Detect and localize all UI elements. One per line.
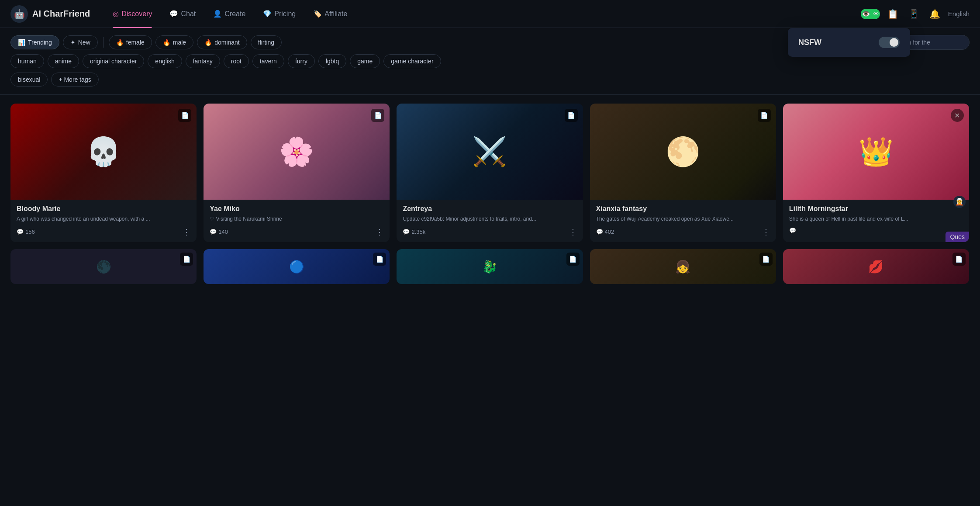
card-lilith-close-icon[interactable]: ✕ <box>951 109 964 122</box>
card-zentreya[interactable]: ⚔️ 📄 Zentreya Update c92f9a5b: Minor adj… <box>397 104 583 242</box>
filter-female-label: female <box>126 39 145 46</box>
filter-tavern-label: tavern <box>260 58 277 65</box>
card-bloody-marie-image: 💀 <box>10 104 197 200</box>
filter-female[interactable]: 🔥 female <box>109 35 152 49</box>
card-bloody-marie-comments: 💬 156 <box>17 229 35 235</box>
filter-male-label: male <box>173 39 186 46</box>
card-xianxia-image: 🌕 <box>590 104 776 200</box>
filter-flirting-label: flirting <box>258 39 274 46</box>
nav-label-chat: Chat <box>181 10 196 18</box>
mini-avatar: 🧝 <box>953 196 966 208</box>
card-r2-5-note[interactable]: 📄 <box>952 253 966 266</box>
filter-game[interactable]: game <box>350 54 380 68</box>
filter-root[interactable]: root <box>224 54 249 68</box>
fire-icon-dominant: 🔥 <box>204 39 212 46</box>
filter-fantasy[interactable]: fantasy <box>186 54 220 68</box>
filter-furry-label: furry <box>295 58 307 65</box>
card-bloody-marie[interactable]: 💀 📄 Bloody Marie A girl who was changed … <box>10 104 197 242</box>
language-selector[interactable]: English <box>948 10 970 17</box>
filter-lgbtq[interactable]: lgbtq <box>318 54 346 68</box>
filter-new[interactable]: ✦ New <box>63 35 98 49</box>
card-zentreya-more[interactable]: ⋮ <box>569 227 577 237</box>
clipboard-icon-button[interactable]: 📋 <box>885 6 901 22</box>
nsfw-switch[interactable] <box>879 37 900 48</box>
comment-count: 2.35k <box>411 229 425 235</box>
filter-row-3: bisexual + More tags <box>10 73 970 87</box>
card-bloody-marie-footer: 💬 156 ⋮ <box>17 227 190 237</box>
nav-item-create[interactable]: 👤 Create <box>204 0 254 28</box>
filter-flirting[interactable]: flirting <box>251 35 282 49</box>
card-row2-3[interactable]: 📄 🐉 <box>397 249 583 284</box>
card-xianxia-fantasy[interactable]: 🌕 📄 Xianxia fantasy The gates of Wuji Ac… <box>590 104 776 242</box>
filter-bisexual[interactable]: bisexual <box>10 73 48 87</box>
card-lilith-morningstar[interactable]: 👑 ✕ Ques 🧝 Lilith Morningstar She is a q… <box>783 104 969 242</box>
nav-item-pricing[interactable]: 💎 Pricing <box>254 0 304 28</box>
more-tags-button[interactable]: + More tags <box>51 73 98 87</box>
card-xianxia-title: Xianxia fantasy <box>596 205 770 213</box>
card-zentreya-footer: 💬 2.35k ⋮ <box>403 227 576 237</box>
filter-english[interactable]: english <box>148 54 182 68</box>
nav-item-affiliate[interactable]: 🏷️ Affiliate <box>304 0 356 28</box>
nav-item-chat[interactable]: 💬 Chat <box>161 0 204 28</box>
card-xianxia-note-icon[interactable]: 📄 <box>758 109 771 122</box>
comment-icon: 💬 <box>789 227 796 234</box>
card-r2-3-emoji: 🐉 <box>482 259 497 274</box>
mobile-icon-button[interactable]: 📱 <box>906 6 922 22</box>
card-row2-1[interactable]: 📄 🌑 <box>10 249 197 284</box>
chat-icon: 💬 <box>169 10 178 18</box>
filter-game-label: game <box>357 58 373 65</box>
card-r2-2-note[interactable]: 📄 <box>373 253 386 266</box>
nav-label-affiliate: Affiliate <box>324 10 347 18</box>
card-xianxia-more[interactable]: ⋮ <box>762 227 770 237</box>
filter-human[interactable]: human <box>10 54 44 68</box>
filter-furry[interactable]: furry <box>288 54 315 68</box>
card-yae-miko-desc: ♡ Visiting the Narukami Shrine <box>210 215 383 223</box>
card-yae-miko-title: Yae Miko <box>210 205 383 213</box>
filter-game-character[interactable]: game character <box>383 54 441 68</box>
card-r2-3-note[interactable]: 📄 <box>566 253 580 266</box>
comment-count: 402 <box>605 229 614 235</box>
card-row2-5[interactable]: 📄 💋 <box>783 249 969 284</box>
cards-grid-row2: 📄 🌑 📄 🔵 📄 🐉 📄 👧 📄 💋 <box>10 249 970 284</box>
filter-tavern[interactable]: tavern <box>252 54 284 68</box>
nsfw-toggle-button[interactable]: 👁️ <box>861 9 880 19</box>
filter-anime-label: anime <box>55 58 72 65</box>
card-bloody-marie-more[interactable]: ⋮ <box>183 227 190 237</box>
logo-area[interactable]: 🤖 AI CharFriend <box>10 5 90 23</box>
card-yae-miko[interactable]: 🌸 📄 Yae Miko ♡ Visiting the Narukami Shr… <box>204 104 390 242</box>
create-icon: 👤 <box>213 10 222 18</box>
filter-dominant-label: dominant <box>214 39 240 46</box>
cards-section: 💀 📄 Bloody Marie A girl who was changed … <box>0 95 980 293</box>
card-lilith-desc: She is a queen of Hell in past life and … <box>789 215 963 223</box>
card-yae-miko-more[interactable]: ⋮ <box>376 227 383 237</box>
card-note-icon[interactable]: 📄 <box>178 109 191 122</box>
nsfw-label: NSFW <box>798 38 821 47</box>
filter-original-character[interactable]: original character <box>83 54 144 68</box>
card-r2-1-note[interactable]: 📄 <box>180 253 193 266</box>
notification-icon-button[interactable]: 🔔 <box>927 6 943 22</box>
card-zentreya-image: ⚔️ <box>397 104 583 200</box>
card-row2-4[interactable]: 📄 👧 <box>590 249 776 284</box>
card-zentreya-note-icon[interactable]: 📄 <box>565 109 578 122</box>
filter-dominant[interactable]: 🔥 dominant <box>197 35 247 49</box>
card-yae-miko-comments: 💬 140 <box>210 229 228 235</box>
filter-male[interactable]: 🔥 male <box>155 35 193 49</box>
comment-icon: 💬 <box>403 229 410 235</box>
card-yae-note-icon[interactable]: 📄 <box>371 109 384 122</box>
card-yae-miko-body: Yae Miko ♡ Visiting the Narukami Shrine … <box>204 200 390 242</box>
card-row2-2[interactable]: 📄 🔵 <box>204 249 390 284</box>
nav-item-discovery[interactable]: ◎ Discovery <box>104 0 161 28</box>
card-xianxia-comments: 💬 402 <box>596 229 614 235</box>
filter-bisexual-label: bisexual <box>18 76 40 83</box>
cards-grid-row1: 💀 📄 Bloody Marie A girl who was changed … <box>10 104 970 242</box>
filter-trending[interactable]: 📊 Trending <box>10 35 59 49</box>
nav-label-pricing: Pricing <box>274 10 296 18</box>
card-quest-badge: Ques <box>945 232 969 242</box>
header-right: 👁️ 📋 📱 🔔 English <box>861 6 970 22</box>
header: 🤖 AI CharFriend ◎ Discovery 💬 Chat 👤 Cre… <box>0 0 980 28</box>
card-zentreya-body: Zentreya Update c92f9a5b: Minor adjustme… <box>397 200 583 242</box>
card-r2-4-note[interactable]: 📄 <box>759 253 773 266</box>
comment-icon: 💬 <box>210 229 217 235</box>
trending-icon: 📊 <box>18 39 25 46</box>
filter-anime[interactable]: anime <box>48 54 79 68</box>
